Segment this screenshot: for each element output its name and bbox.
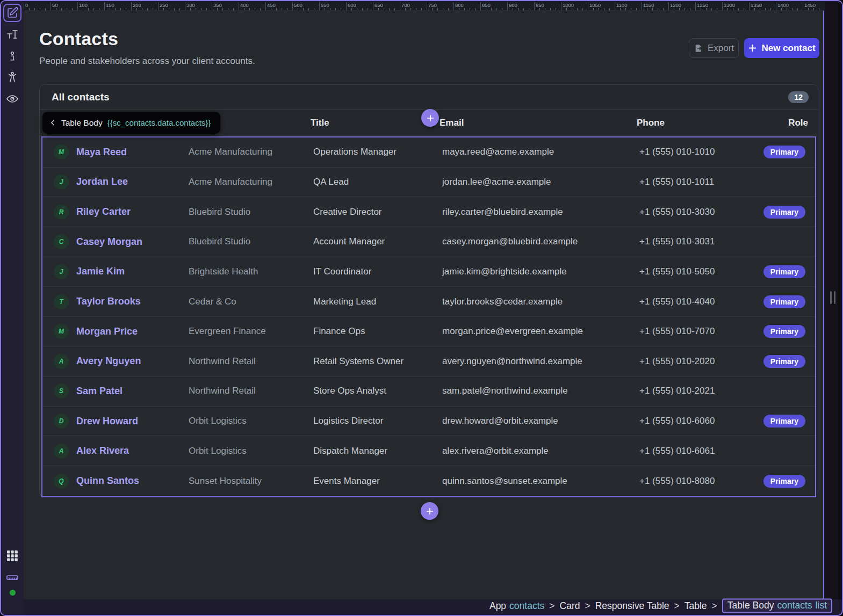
name-cell: Q Quinn Santos [54, 474, 189, 489]
avatar: M [54, 144, 69, 160]
avatar: J [54, 264, 69, 279]
title-cell: Logistics Director [313, 416, 442, 426]
visibility-tool-button[interactable] [3, 90, 21, 108]
info-person-icon [6, 50, 19, 63]
contact-name-link[interactable]: Avery Nguyen [76, 356, 141, 367]
table-row[interactable]: M Maya Reed Acme Manufacturing Operation… [42, 137, 815, 168]
table-row[interactable]: R Riley Carter Bluebird Studio Creative … [42, 197, 815, 227]
ruler-toggle-button[interactable] [3, 568, 21, 586]
tool-sidebar [1, 1, 24, 615]
phone-cell: +1 (555) 010-1010 [639, 147, 755, 157]
contact-name-link[interactable]: Casey Morgan [76, 236, 142, 248]
company-cell: Evergreen Finance [189, 326, 313, 337]
title-cell: Retail Systems Owner [313, 356, 442, 367]
phone-cell: +1 (555) 010-7070 [639, 326, 755, 337]
edit-tool-button[interactable] [3, 4, 21, 22]
plus-icon [748, 44, 757, 53]
design-canvas[interactable]: Contacts People and stakeholders across … [24, 11, 824, 599]
card-title: All contacts [52, 91, 110, 103]
table-row[interactable]: C Casey Morgan Bluebird Studio Account M… [42, 227, 815, 257]
company-cell: Bluebird Studio [189, 236, 313, 247]
company-cell: Brightside Health [189, 266, 313, 277]
name-cell: J Jamie Kim [54, 264, 189, 279]
title-cell: Operations Manager [313, 147, 442, 157]
role-badge: Primary [763, 295, 805, 308]
avatar: A [54, 354, 69, 369]
name-cell: R Riley Carter [54, 205, 189, 220]
column-header-role[interactable]: Role [788, 118, 808, 128]
add-row-button[interactable] [421, 502, 438, 520]
table-row[interactable]: Q Quinn Santos Sunset Hospitality Events… [42, 466, 815, 496]
export-label: Export [708, 43, 734, 54]
table-row[interactable]: T Taylor Brooks Cedar & Co Marketing Lea… [42, 287, 815, 317]
contact-name-link[interactable]: Morgan Price [76, 326, 138, 337]
table-row[interactable]: A Alex Rivera Orbit Logistics Dispatch M… [42, 436, 815, 466]
title-cell: Marketing Lead [313, 296, 442, 307]
card-header: All contacts 12 [40, 85, 818, 110]
email-cell: avery.nguyen@northwind.example [442, 356, 639, 367]
title-cell: Dispatch Manager [313, 446, 442, 456]
export-button[interactable]: Export [689, 38, 739, 58]
phone-cell: +1 (555) 010-3031 [639, 236, 755, 247]
phone-cell: +1 (555) 010-2021 [639, 386, 755, 396]
role-badge: Primary [763, 265, 805, 278]
company-cell: Bluebird Studio [189, 207, 313, 218]
canvas-right-gutter [825, 2, 843, 599]
contact-name-link[interactable]: Maya Reed [76, 147, 127, 158]
avatar: D [54, 414, 69, 429]
apps-grid-button[interactable] [3, 547, 21, 565]
company-cell: Orbit Logistics [189, 416, 313, 426]
contact-name-link[interactable]: Riley Carter [76, 206, 131, 218]
name-cell: A Avery Nguyen [54, 354, 189, 369]
app-window: 0501001502002503003504004505005506006507… [0, 0, 843, 616]
table-body[interactable]: M Maya Reed Acme Manufacturing Operation… [41, 136, 816, 497]
table-row[interactable]: J Jamie Kim Brightside Health IT Coordin… [42, 257, 815, 287]
company-cell: Acme Manufacturing [189, 147, 313, 157]
table-row[interactable]: S Sam Patel Northwind Retail Store Ops A… [42, 376, 815, 407]
name-cell: M Maya Reed [54, 144, 189, 160]
info-tool-button[interactable] [3, 47, 21, 66]
table-row[interactable]: M Morgan Price Evergreen Finance Finance… [42, 317, 815, 347]
table-row[interactable]: A Avery Nguyen Northwind Retail Retail S… [42, 346, 815, 376]
new-contact-button[interactable]: New contact [744, 38, 819, 58]
contact-name-link[interactable]: Alex Rivera [76, 445, 129, 456]
company-cell: Acme Manufacturing [189, 177, 313, 187]
eye-icon [6, 92, 19, 105]
status-dot [10, 590, 16, 596]
table-row[interactable]: J Jordan Lee Acme Manufacturing QA Lead … [42, 168, 815, 198]
title-cell: Finance Ops [313, 326, 442, 337]
plus-icon [426, 507, 434, 516]
title-cell: Events Manager [313, 476, 442, 487]
resize-handle[interactable] [830, 291, 837, 304]
contact-name-link[interactable]: Jordan Lee [76, 176, 128, 187]
name-cell: M Morgan Price [54, 324, 189, 339]
column-header-phone[interactable]: Phone [637, 118, 752, 128]
element-breadcrumb[interactable]: Appcontacts>Card>Responsive Table>Table>… [489, 599, 832, 613]
contact-name-link[interactable]: Sam Patel [76, 386, 123, 397]
contact-name-link[interactable]: Drew Howard [76, 416, 138, 427]
name-cell: T Taylor Brooks [54, 294, 189, 309]
selection-breadcrumb-pill[interactable]: Table Body {{sc_contacts.data.contacts}} [42, 112, 220, 134]
avatar: S [54, 383, 69, 398]
ruler-icon [6, 571, 19, 584]
chevron-left-icon [49, 119, 56, 126]
typography-tool-button[interactable] [3, 25, 21, 44]
contact-name-link[interactable]: Jamie Kim [76, 266, 125, 277]
new-contact-label: New contact [761, 43, 815, 54]
title-cell: Account Manager [313, 236, 442, 247]
email-cell: casey.morgan@bluebird.example [442, 236, 639, 247]
contacts-card: All contacts 12 Title Email Phone Role T… [39, 84, 818, 497]
role-badge: Primary [763, 475, 805, 488]
add-column-button[interactable] [421, 109, 439, 127]
email-cell: jordan.lee@acme.example [442, 177, 639, 187]
role-badge: Primary [763, 206, 805, 219]
table-row[interactable]: D Drew Howard Orbit Logistics Logistics … [42, 407, 815, 437]
contact-name-link[interactable]: Quinn Santos [76, 475, 139, 487]
title-cell: Store Ops Analyst [313, 386, 442, 396]
phone-cell: +1 (555) 010-3030 [639, 207, 755, 218]
column-header-title[interactable]: Title [311, 118, 439, 128]
accessibility-tool-button[interactable] [3, 68, 21, 86]
avatar: A [54, 444, 69, 459]
column-header-email[interactable]: Email [439, 118, 637, 128]
contact-name-link[interactable]: Taylor Brooks [76, 296, 141, 307]
